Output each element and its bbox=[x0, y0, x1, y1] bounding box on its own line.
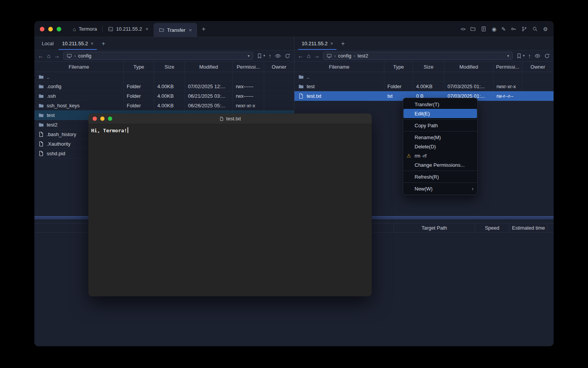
minimize-window-button[interactable] bbox=[100, 117, 105, 121]
column-header-size[interactable]: Size bbox=[413, 62, 444, 72]
column-header-owner[interactable]: Owner bbox=[264, 62, 294, 72]
transfer-col-target-path[interactable]: Target Path bbox=[394, 223, 475, 232]
editor-window-controls bbox=[88, 117, 112, 121]
menu-item-delete[interactable]: Delete(D) bbox=[403, 142, 477, 151]
add-tab-button[interactable]: + bbox=[337, 37, 348, 50]
refresh-icon bbox=[284, 53, 291, 59]
path-field[interactable]: › config ▾ bbox=[63, 52, 253, 60]
menu-item-copy-path[interactable]: Copy Path bbox=[403, 121, 477, 130]
code-icon[interactable]: <> bbox=[461, 27, 465, 31]
home-button[interactable]: ⌂ bbox=[47, 53, 51, 59]
file-row-ssh[interactable]: .ssh Folder 4.00KB 06/21/2025 03:... rwx… bbox=[34, 91, 294, 101]
titlebar-tab-transfer[interactable]: Transfer × bbox=[154, 23, 197, 37]
branch-icon[interactable] bbox=[521, 26, 527, 32]
refresh-icon bbox=[544, 53, 550, 59]
file-name: .. bbox=[47, 74, 49, 80]
titlebar-tab-label: Transfer bbox=[167, 27, 185, 33]
editor-titlebar[interactable]: test.txt bbox=[88, 113, 372, 124]
refresh-button[interactable] bbox=[544, 53, 550, 59]
column-header-filename[interactable]: Filename bbox=[34, 62, 124, 72]
upload-button[interactable]: ↑ bbox=[528, 53, 531, 59]
tab-right-host[interactable]: 10.211.55.2 × bbox=[297, 37, 337, 50]
file-row-up[interactable]: .. bbox=[294, 72, 554, 82]
path-field[interactable]: › config › test2 ▾ bbox=[323, 52, 513, 60]
file-manager-icon[interactable] bbox=[481, 26, 487, 32]
file-row-ssh-host-keys[interactable]: ssh_host_keys Folder 4.00KB 06/26/2025 0… bbox=[34, 101, 294, 110]
titlebar: ⌂ Termora 10.211.55.2 × Transfer × + <> … bbox=[34, 21, 554, 37]
folder-icon bbox=[38, 122, 44, 128]
zoom-window-button[interactable] bbox=[108, 117, 112, 121]
warning-icon: ⚠ bbox=[407, 153, 411, 158]
close-icon[interactable]: × bbox=[189, 27, 192, 33]
tab-label: 10.211.55.2 bbox=[302, 41, 328, 46]
record-icon[interactable]: ◉ bbox=[492, 26, 496, 32]
menu-item-change-permissions[interactable]: Change Permissions... bbox=[403, 160, 477, 169]
column-header-filename[interactable]: Filename bbox=[294, 62, 384, 72]
tab-left-host[interactable]: 10.211.55.2 × bbox=[58, 37, 98, 50]
forward-button[interactable]: → bbox=[54, 53, 60, 59]
search-icon[interactable] bbox=[532, 26, 538, 32]
titlebar-tab-termora[interactable]: ⌂ Termora bbox=[67, 21, 102, 37]
zoom-window-button[interactable] bbox=[57, 27, 61, 31]
close-icon[interactable]: × bbox=[91, 41, 94, 46]
file-icon bbox=[38, 131, 44, 137]
file-row-test[interactable]: test Folder 4.00KB 07/03/2025 01:... rwx… bbox=[294, 82, 554, 91]
upload-button[interactable]: ↑ bbox=[269, 53, 272, 59]
transfer-col-estimated-time[interactable]: Estimated time bbox=[509, 223, 547, 232]
key-icon[interactable] bbox=[511, 26, 516, 32]
add-tab-button[interactable]: + bbox=[98, 37, 109, 50]
pencil-icon[interactable]: ✎ bbox=[501, 26, 506, 32]
refresh-button[interactable] bbox=[284, 53, 291, 59]
folder-icon bbox=[159, 27, 164, 33]
column-header-permissions[interactable]: Permissi... bbox=[493, 62, 522, 72]
close-icon[interactable]: × bbox=[145, 26, 149, 32]
menu-item-rm-rf[interactable]: ⚠rm -rf bbox=[403, 151, 477, 160]
show-hidden-button[interactable] bbox=[534, 53, 541, 59]
path-segment[interactable]: config bbox=[338, 53, 351, 59]
gear-icon[interactable]: ⚙ bbox=[543, 26, 548, 32]
editor-window: test.txt Hi, Termora! bbox=[88, 113, 372, 296]
column-header-owner[interactable]: Owner bbox=[522, 62, 554, 72]
file-row-up[interactable]: .. bbox=[34, 72, 294, 82]
folder-icon bbox=[298, 74, 304, 80]
new-tab-button[interactable]: + bbox=[197, 26, 210, 32]
chevron-down-icon[interactable]: ▾ bbox=[507, 54, 509, 58]
folder-icon[interactable] bbox=[470, 26, 476, 32]
transfer-col-speed[interactable]: Speed bbox=[475, 223, 509, 232]
close-window-button[interactable] bbox=[93, 117, 97, 121]
column-header-size[interactable]: Size bbox=[154, 62, 185, 72]
menu-item-refresh[interactable]: Refresh(R) bbox=[403, 172, 477, 181]
forward-button[interactable]: → bbox=[314, 53, 320, 59]
column-header-type[interactable]: Type bbox=[384, 62, 413, 72]
editor-content[interactable]: Hi, Termora! bbox=[88, 124, 372, 136]
minimize-window-button[interactable] bbox=[48, 27, 53, 31]
close-icon[interactable]: × bbox=[330, 41, 333, 46]
titlebar-tab-host[interactable]: 10.211.55.2 × bbox=[103, 21, 154, 37]
column-header-permissions[interactable]: Permissi... bbox=[233, 62, 264, 72]
path-segment[interactable]: config bbox=[78, 53, 91, 59]
bookmark-button[interactable]: ▾ bbox=[256, 53, 265, 59]
folder-icon bbox=[38, 84, 44, 89]
close-window-button[interactable] bbox=[40, 27, 44, 31]
file-name: .Xauthority bbox=[47, 141, 70, 147]
tab-label: Local bbox=[42, 41, 54, 46]
file-name: test bbox=[307, 84, 315, 89]
breadcrumb-separator: › bbox=[334, 54, 336, 58]
column-header-modified[interactable]: Modified bbox=[444, 62, 493, 72]
show-hidden-button[interactable] bbox=[275, 53, 281, 59]
bookmark-button[interactable]: ▾ bbox=[516, 53, 525, 59]
home-button[interactable]: ⌂ bbox=[307, 53, 310, 59]
column-header-type[interactable]: Type bbox=[124, 62, 154, 72]
menu-item-transfer[interactable]: Transfer(T) bbox=[403, 100, 477, 109]
menu-item-edit[interactable]: Edit(E) bbox=[403, 109, 477, 118]
chevron-down-icon[interactable]: ▾ bbox=[248, 54, 250, 58]
back-button[interactable]: ← bbox=[298, 53, 304, 59]
tab-local[interactable]: Local bbox=[38, 37, 58, 50]
back-button[interactable]: ← bbox=[38, 53, 44, 59]
file-row-config[interactable]: .config Folder 4.00KB 07/02/2025 12:... … bbox=[34, 82, 294, 91]
titlebar-actions: <> ◉ ✎ ⚙ bbox=[461, 26, 554, 32]
menu-item-rename[interactable]: Rename(M) bbox=[403, 133, 477, 142]
path-segment[interactable]: test2 bbox=[358, 53, 368, 59]
column-header-modified[interactable]: Modified bbox=[185, 62, 233, 72]
menu-item-new[interactable]: New(W)› bbox=[403, 184, 477, 193]
